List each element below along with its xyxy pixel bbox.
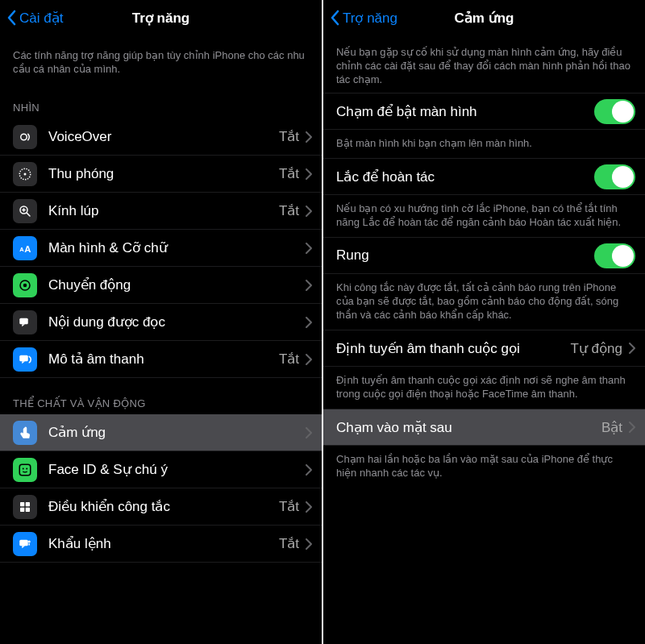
row-label: Nội dung được đọc xyxy=(48,314,306,330)
row-label: Lắc để hoàn tác xyxy=(336,168,594,185)
chevron-right-icon xyxy=(306,538,312,550)
row-label: Kính lúp xyxy=(48,203,279,219)
section-header-vision: NHÌN xyxy=(0,82,322,118)
page-title: Cảm ứng xyxy=(455,10,514,27)
intro-text: Các tính năng trợ năng giúp bạn tùy chỉn… xyxy=(0,35,322,82)
chevron-right-icon xyxy=(306,317,312,328)
row-vision-1[interactable]: Thu phóngTắt xyxy=(0,156,322,193)
toggle-vibration[interactable] xyxy=(594,243,635,268)
row-vision-6[interactable]: Mô tả âm thanhTắt xyxy=(0,341,322,378)
row-label: Khẩu lệnh xyxy=(48,535,279,552)
toggle-tap-to-wake[interactable] xyxy=(594,99,635,124)
audiodesc-icon xyxy=(13,347,37,372)
zoom-icon xyxy=(13,162,37,186)
row-label: Cảm ứng xyxy=(48,424,306,441)
intro-text: Nếu bạn gặp sự cố khi sử dụng màn hình c… xyxy=(323,35,645,93)
chevron-right-icon xyxy=(306,243,312,254)
row-vibration[interactable]: Rung xyxy=(323,237,645,274)
voiceover-icon xyxy=(13,125,37,149)
row-label: Thu phóng xyxy=(48,166,279,182)
chevron-right-icon xyxy=(306,464,312,476)
row-vision-0[interactable]: VoiceOverTắt xyxy=(0,118,322,156)
navbar: Trợ năng Cảm ứng xyxy=(323,0,645,35)
magnifier-icon xyxy=(13,199,37,223)
touch-icon xyxy=(13,421,37,445)
chevron-right-icon xyxy=(306,280,312,291)
row-back-tap[interactable]: Chạm vào mặt sau Bật xyxy=(323,409,645,446)
chevron-right-icon xyxy=(306,427,312,438)
row-label: Chuyển động xyxy=(48,276,306,293)
row-motor-2[interactable]: Điều khiển công tắcTắt xyxy=(0,488,322,526)
row-label: Màn hình & Cỡ chữ xyxy=(48,239,306,256)
chevron-right-icon xyxy=(306,501,312,513)
back-label: Cài đặt xyxy=(19,10,63,27)
textsize-icon xyxy=(13,236,37,260)
row-motor-1[interactable]: Face ID & Sự chú ý xyxy=(0,451,322,488)
row-footer: Khi công tắc này được tắt, tất cả cảnh b… xyxy=(323,274,645,330)
faceid-icon xyxy=(13,458,37,482)
row-label: Chạm vào mặt sau xyxy=(336,419,601,436)
row-label: Rung xyxy=(336,247,594,264)
row-label: Định tuyến âm thanh cuộc gọi xyxy=(336,340,571,357)
speech-icon xyxy=(13,310,37,334)
page-title: Trợ năng xyxy=(132,10,189,27)
motion-icon xyxy=(13,273,37,297)
row-footer: Bật màn hình khi bạn chạm lên màn hình. xyxy=(323,130,645,158)
scroll-area[interactable]: Nếu bạn gặp sự cố khi sử dụng màn hình c… xyxy=(323,35,645,644)
chevron-right-icon xyxy=(306,206,312,217)
row-call-audio-routing[interactable]: Định tuyến âm thanh cuộc gọi Tự động xyxy=(323,330,645,367)
row-footer: Định tuyến âm thanh cuộc gọi xác định nơ… xyxy=(323,367,645,409)
chevron-right-icon xyxy=(629,422,635,433)
chevron-right-icon xyxy=(306,168,312,180)
screen-touch: Trợ năng Cảm ứng Nếu bạn gặp sự cố khi s… xyxy=(323,0,645,644)
chevron-right-icon xyxy=(629,343,635,354)
row-vision-4[interactable]: Chuyển động xyxy=(0,267,322,304)
row-value: Tắt xyxy=(279,498,299,515)
row-value: Tự động xyxy=(571,340,622,357)
voicectl-icon xyxy=(13,532,37,556)
row-motor-0[interactable]: Cảm ứng xyxy=(0,414,322,451)
row-value: Tắt xyxy=(279,165,299,182)
row-label: Điều khiển công tắc xyxy=(48,498,279,515)
row-label: Face ID & Sự chú ý xyxy=(48,461,306,478)
row-footer: Chạm hai lần hoặc ba lần vào mặt sau của… xyxy=(323,446,645,488)
chevron-right-icon xyxy=(306,354,312,365)
chevron-left-icon xyxy=(330,10,339,26)
toggle-shake-undo[interactable] xyxy=(594,164,635,189)
row-value: Tắt xyxy=(279,351,299,368)
scroll-area[interactable]: Các tính năng trợ năng giúp bạn tùy chỉn… xyxy=(0,35,322,644)
switchctl-icon xyxy=(13,495,37,519)
screen-accessibility: Cài đặt Trợ năng Các tính năng trợ năng … xyxy=(0,0,322,644)
row-vision-5[interactable]: Nội dung được đọc xyxy=(0,304,322,341)
row-value: Tắt xyxy=(279,128,299,145)
navbar: Cài đặt Trợ năng xyxy=(0,0,322,35)
row-tap-to-wake[interactable]: Chạm để bật màn hình xyxy=(323,93,645,130)
section-header-motor: THỂ CHẤT VÀ VẬN ĐỘNG xyxy=(0,378,322,414)
row-vision-3[interactable]: Màn hình & Cỡ chữ xyxy=(0,230,322,267)
back-button[interactable]: Cài đặt xyxy=(6,0,63,35)
row-motor-3[interactable]: Khẩu lệnhTắt xyxy=(0,526,322,563)
row-value: Tắt xyxy=(279,535,299,552)
row-label: Chạm để bật màn hình xyxy=(336,103,594,120)
chevron-left-icon xyxy=(6,10,16,26)
row-shake-undo[interactable]: Lắc để hoàn tác xyxy=(323,158,645,195)
row-label: Mô tả âm thanh xyxy=(48,351,279,368)
chevron-right-icon xyxy=(306,131,312,143)
row-value: Tắt xyxy=(279,202,299,219)
row-vision-2[interactable]: Kính lúpTắt xyxy=(0,193,322,230)
row-label: VoiceOver xyxy=(48,129,279,145)
back-label: Trợ năng xyxy=(343,10,397,27)
back-button[interactable]: Trợ năng xyxy=(330,0,397,35)
row-footer: Nếu bạn có xu hướng tình cờ lắc iPhone, … xyxy=(323,195,645,237)
row-value: Bật xyxy=(601,419,622,436)
